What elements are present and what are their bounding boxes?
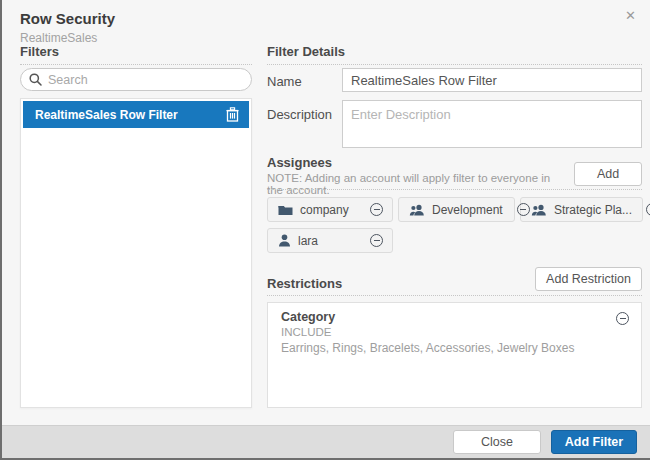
filter-details-heading: Filter Details (267, 44, 642, 65)
close-button[interactable]: Close (453, 430, 541, 454)
chip-label: company (300, 203, 349, 217)
description-label: Description (267, 107, 332, 122)
dialog-footer: Close Add Filter (2, 425, 650, 458)
assignee-chips: company Development Strategic Pla... (267, 197, 645, 253)
dialog-subtitle: RealtimeSales (20, 31, 97, 45)
restriction-values: Earrings, Rings, Bracelets, Accessories,… (281, 341, 607, 355)
group-icon (531, 204, 547, 216)
filter-list-item-selected[interactable]: RealtimeSales Row Filter (23, 101, 249, 128)
restrictions-list: Category INCLUDE Earrings, Rings, Bracel… (267, 302, 642, 408)
user-icon (278, 234, 291, 247)
assignee-chip-lara[interactable]: lara (267, 228, 393, 253)
remove-assignee-icon[interactable] (370, 234, 383, 247)
search-input[interactable] (48, 73, 243, 87)
search-box[interactable] (20, 68, 252, 91)
folder-icon (278, 204, 293, 216)
assignee-chip-development[interactable]: Development (398, 197, 515, 222)
remove-assignee-icon[interactable] (370, 203, 383, 216)
add-assignee-button[interactable]: Add (574, 162, 642, 186)
restrictions-heading: Restrictions (267, 276, 342, 291)
trash-icon[interactable] (226, 107, 239, 122)
restrictions-separator (267, 295, 642, 296)
filter-item-label: RealtimeSales Row Filter (35, 108, 226, 122)
page-title: Row Security (20, 10, 115, 27)
close-icon[interactable]: ✕ (621, 6, 640, 25)
assignee-chip-company[interactable]: company (267, 197, 393, 222)
restriction-operator: INCLUDE (281, 326, 607, 338)
search-icon (29, 73, 42, 86)
chip-label: Development (432, 203, 503, 217)
filters-heading: Filters (20, 44, 252, 65)
remove-assignee-icon[interactable] (646, 203, 650, 216)
assignee-chip-strategic[interactable]: Strategic Pla... (520, 197, 643, 222)
chip-label: Strategic Pla... (554, 203, 632, 217)
assignees-heading: Assignees (267, 155, 332, 170)
restriction-field: Category (281, 310, 607, 324)
remove-assignee-icon[interactable] (517, 203, 530, 216)
name-label: Name (267, 74, 302, 89)
add-filter-button[interactable]: Add Filter (551, 430, 637, 454)
assignees-separator (267, 189, 642, 190)
name-field[interactable] (342, 68, 642, 92)
group-icon (409, 204, 425, 216)
remove-restriction-icon[interactable] (616, 312, 629, 325)
assignees-note: NOTE: Adding an account will apply filte… (267, 172, 567, 196)
chip-label: lara (298, 234, 318, 248)
restriction-item: Category INCLUDE Earrings, Rings, Bracel… (268, 303, 641, 355)
filters-list: RealtimeSales Row Filter (20, 98, 252, 408)
row-security-dialog: Row Security RealtimeSales ✕ Filters Rea… (0, 0, 650, 460)
description-field[interactable] (342, 100, 642, 148)
add-restriction-button[interactable]: Add Restriction (535, 267, 642, 291)
